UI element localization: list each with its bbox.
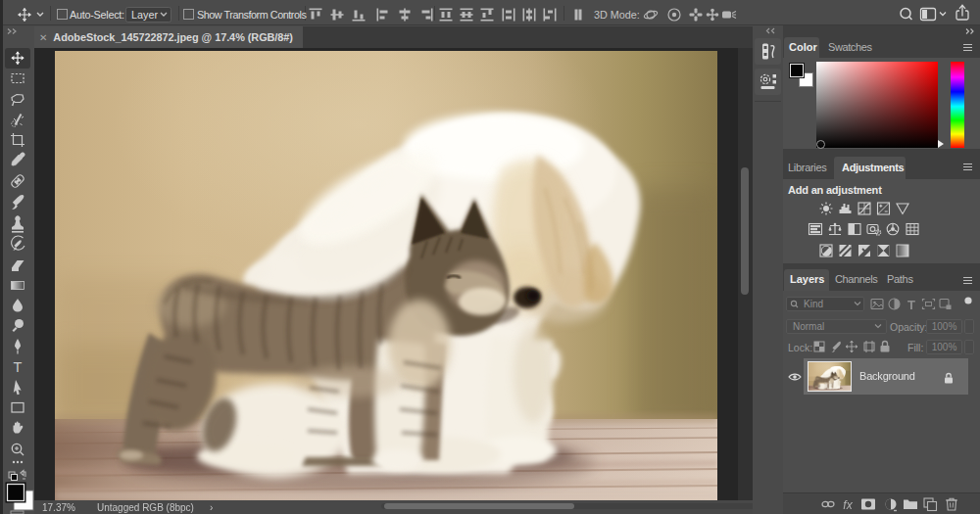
svg-text:T: T [14,359,23,375]
svg-text:Show Transform Controls: Show Transform Controls [197,9,308,21]
svg-text:Auto-Select:: Auto-Select: [70,9,124,21]
svg-text:3D Mode:: 3D Mode: [594,9,640,21]
svg-text:Layer: Layer [131,9,158,21]
